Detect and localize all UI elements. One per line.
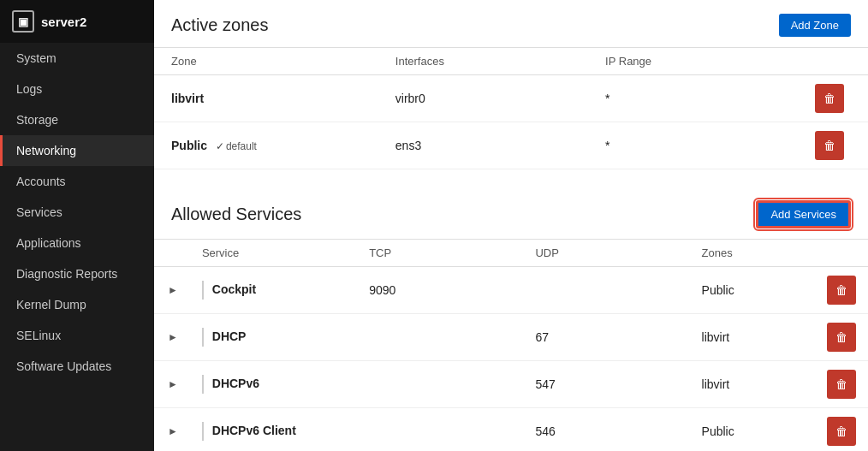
zone-interfaces: virbr0 [385,75,595,122]
zone-name: libvirt [171,92,204,105]
divider [202,328,204,347]
sidebar-item-storage[interactable]: Storage [0,104,154,135]
col-tcp: TCP [359,240,525,267]
sidebar-item-accounts[interactable]: Accounts [0,166,154,197]
divider [202,375,204,394]
zone-ip-range: * [595,75,805,122]
active-zones-header-row: Zone Interfaces IP Range [154,48,868,75]
allowed-services-table: Service TCP UDP Zones ► Cockpit 9090 Pub… [154,239,868,451]
table-row: libvirt virbr0 * 🗑 [154,75,868,122]
service-udp: 547 [525,361,691,408]
active-zones-title: Active zones [171,15,268,35]
active-zones-body: libvirt virbr0 * 🗑 Public ✓default ens3 … [154,75,868,169]
divider [202,281,204,300]
delete-service-button[interactable]: 🗑 [827,276,856,305]
service-name: DHCPv6 Client [212,424,296,437]
service-delete-cell: 🗑 [817,408,868,452]
table-row: ► DHCPv6 Client 546 Public 🗑 [154,408,868,452]
server-name: server2 [41,15,86,29]
col-service: Service [192,240,359,267]
service-name-cell: DHCP [192,314,359,361]
allowed-services-header-row: Service TCP UDP Zones [154,240,868,267]
service-tcp: 9090 [359,267,525,314]
sidebar-item-kernel-dump[interactable]: Kernel Dump [0,289,154,320]
service-udp: 546 [525,408,691,452]
sidebar-item-software-updates[interactable]: Software Updates [0,351,154,382]
service-name-cell: Cockpit [192,267,359,314]
delete-service-button[interactable]: 🗑 [827,370,856,399]
service-delete-cell: 🗑 [817,267,868,314]
service-name: Cockpit [212,282,256,296]
sidebar-item-logs[interactable]: Logs [0,74,154,104]
sidebar-item-networking[interactable]: Networking [0,135,154,166]
service-udp [525,267,691,314]
col-zones: Zones [692,240,817,267]
service-udp: 67 [525,314,691,361]
service-tcp [359,361,525,408]
sidebar-item-system[interactable]: System [0,43,154,74]
server-icon: ▣ [12,10,34,33]
allowed-services-title: Allowed Services [171,205,301,224]
service-zones: libvirt [692,314,817,361]
col-ip-range: IP Range [595,48,805,75]
zone-ip-range: * [595,122,805,169]
col-actions-services [817,240,868,267]
sidebar-item-diagnostic-reports[interactable]: Diagnostic Reports [0,258,154,289]
zone-name-cell: Public ✓default [154,122,385,169]
service-delete-cell: 🗑 [817,314,868,361]
expand-button[interactable]: ► [164,424,181,439]
table-row: ► Cockpit 9090 Public 🗑 [154,267,868,314]
delete-zone-button[interactable]: 🗑 [815,131,844,160]
zone-delete-cell: 🗑 [805,75,868,122]
service-name: DHCP [212,329,247,343]
sidebar-item-selinux[interactable]: SELinux [0,320,154,351]
allowed-services-body: ► Cockpit 9090 Public 🗑 ► DHCP 67 libvir… [154,267,868,452]
expand-cell: ► [154,314,192,361]
active-zones-header: Active zones Add Zone [154,0,868,47]
delete-service-button[interactable]: 🗑 [827,417,856,446]
service-zones: Public [692,267,817,314]
col-interfaces: Interfaces [385,48,595,75]
col-actions-zones [805,48,868,75]
active-zones-table: Zone Interfaces IP Range libvirt virbr0 … [154,47,868,169]
add-services-button[interactable]: Add Services [756,200,851,228]
table-row: Public ✓default ens3 * 🗑 [154,122,868,169]
sidebar-item-services[interactable]: Services [0,197,154,228]
service-name-cell: DHCPv6 Client [192,408,359,452]
col-udp: UDP [525,240,691,267]
sidebar-header: ▣ server2 [0,0,154,43]
service-zones: Public [692,408,817,452]
divider [202,422,204,441]
expand-button[interactable]: ► [164,282,181,298]
service-tcp [359,314,525,361]
expand-button[interactable]: ► [164,377,181,392]
check-icon: ✓ [216,140,224,152]
default-badge: ✓default [216,140,257,152]
add-zone-button[interactable]: Add Zone [779,14,851,37]
zone-name-cell: libvirt [154,75,385,122]
allowed-services-header: Allowed Services Add Services [154,187,868,239]
col-zone: Zone [154,48,385,75]
service-delete-cell: 🗑 [817,361,868,408]
table-row: ► DHCPv6 547 libvirt 🗑 [154,361,868,408]
expand-button[interactable]: ► [164,329,181,345]
zone-delete-cell: 🗑 [805,122,868,169]
zone-interfaces: ens3 [385,122,595,169]
table-row: ► DHCP 67 libvirt 🗑 [154,314,868,361]
delete-service-button[interactable]: 🗑 [827,323,856,352]
col-expand [154,240,192,267]
expand-cell: ► [154,267,192,314]
expand-cell: ► [154,361,192,408]
sidebar: ▣ server2 SystemLogsStorageNetworkingAcc… [0,0,154,451]
service-name-cell: DHCPv6 [192,361,359,408]
expand-cell: ► [154,408,192,452]
service-zones: libvirt [692,361,817,408]
zone-name: Public [171,139,207,152]
service-tcp [359,408,525,452]
sidebar-item-applications[interactable]: Applications [0,228,154,258]
delete-zone-button[interactable]: 🗑 [815,84,844,113]
sidebar-nav: SystemLogsStorageNetworkingAccountsServi… [0,43,154,382]
service-name: DHCPv6 [212,377,259,390]
main-content: Active zones Add Zone Zone Interfaces IP… [154,0,868,451]
